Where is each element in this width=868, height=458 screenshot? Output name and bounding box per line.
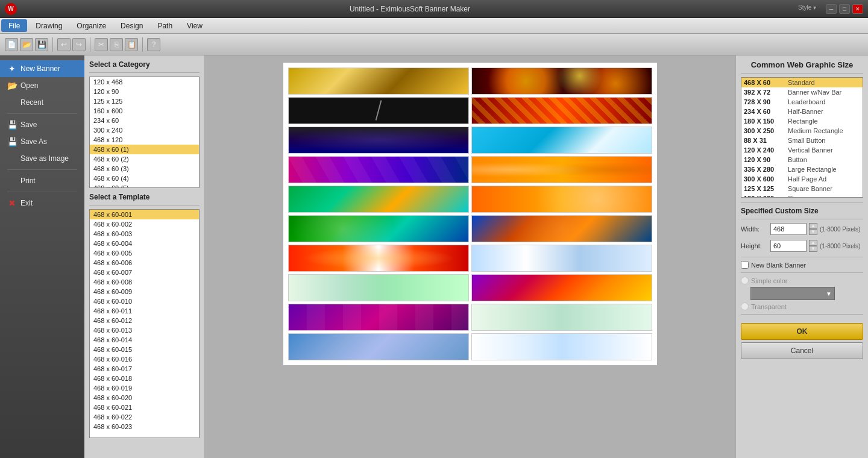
banner-preview-10[interactable] xyxy=(471,186,652,213)
menu-design[interactable]: Design xyxy=(113,18,150,33)
size-item[interactable]: 125 X 125Square Banner xyxy=(741,184,863,193)
banner-preview-18[interactable] xyxy=(471,304,652,331)
category-item[interactable]: 120 x 90 xyxy=(90,87,199,96)
menu-view[interactable]: View xyxy=(180,18,210,33)
template-item[interactable]: 468 x 60-005 xyxy=(90,248,199,258)
template-item[interactable]: 468 x 60-018 xyxy=(90,374,199,383)
banner-preview-20[interactable] xyxy=(471,333,652,360)
sidebar-recent[interactable]: Recent xyxy=(0,94,84,111)
template-item[interactable]: 468 x 60-006 xyxy=(90,258,199,268)
category-list[interactable]: 120 x 468120 x 90125 x 125160 x 600234 x… xyxy=(89,77,200,188)
template-item[interactable]: 468 x 60-022 xyxy=(90,412,199,422)
template-item[interactable]: 468 x 60-016 xyxy=(90,354,199,364)
category-item[interactable]: 468 x 60 (3) xyxy=(90,164,199,174)
category-item[interactable]: 300 x 240 xyxy=(90,125,199,135)
size-item[interactable]: 120 X 600Skyscraper xyxy=(741,193,863,198)
new-blank-checkbox[interactable] xyxy=(741,261,749,269)
size-item[interactable]: 88 X 31Small Button xyxy=(741,136,863,145)
menu-path[interactable]: Path xyxy=(150,18,180,33)
category-item[interactable]: 120 x 468 xyxy=(90,77,199,87)
cancel-button[interactable]: Cancel xyxy=(741,342,863,359)
category-item[interactable]: 468 x 120 xyxy=(90,135,199,145)
sidebar-save[interactable]: 💾 Save xyxy=(0,116,84,133)
maximize-button[interactable]: □ xyxy=(839,4,850,14)
template-item[interactable]: 468 x 60-008 xyxy=(90,277,199,287)
size-item[interactable]: 180 X 150Rectangle xyxy=(741,116,863,126)
banner-preview-1[interactable] xyxy=(288,67,469,95)
category-item[interactable]: 468 x 60 (1) xyxy=(90,145,199,154)
close-button[interactable]: ✕ xyxy=(852,4,863,14)
banner-preview-6[interactable] xyxy=(471,127,652,154)
transparent-radio[interactable] xyxy=(741,303,749,310)
size-item[interactable]: 336 X 280Large Rectangle xyxy=(741,165,863,174)
template-item[interactable]: 468 x 60-019 xyxy=(90,383,199,393)
template-list[interactable]: 468 x 60-001468 x 60-002468 x 60-003468 … xyxy=(89,209,200,438)
sidebar-new-banner[interactable]: ✦ New Banner xyxy=(0,60,84,77)
banner-preview-11[interactable] xyxy=(288,215,469,242)
size-item[interactable]: 120 X 240Vertical Banner xyxy=(741,145,863,155)
template-item[interactable]: 468 x 60-001 xyxy=(90,210,199,219)
width-input[interactable] xyxy=(770,223,807,235)
banner-preview-8[interactable] xyxy=(471,156,652,183)
template-item[interactable]: 468 x 60-002 xyxy=(90,219,199,229)
banner-preview-19[interactable] xyxy=(288,333,469,360)
template-item[interactable]: 468 x 60-004 xyxy=(90,239,199,248)
height-input[interactable] xyxy=(770,240,807,252)
width-up-btn[interactable]: ▲ xyxy=(809,223,817,229)
toolbar-new-btn[interactable]: 📄 xyxy=(5,38,18,51)
height-up-btn[interactable]: ▲ xyxy=(809,240,817,246)
template-item[interactable]: 468 x 60-017 xyxy=(90,364,199,374)
template-item[interactable]: 468 x 60-015 xyxy=(90,345,199,354)
template-item[interactable]: 468 x 60-003 xyxy=(90,229,199,239)
banner-preview-3[interactable] xyxy=(288,97,469,124)
size-list[interactable]: 468 X 60Standard392 X 72Banner w/Nav Bar… xyxy=(741,77,863,198)
toolbar-copy-btn[interactable]: ⎘ xyxy=(110,38,123,51)
sidebar-save-image[interactable]: Save as Image xyxy=(0,150,84,167)
sidebar-print[interactable]: Print xyxy=(0,172,84,189)
sidebar-open[interactable]: 📂 Open xyxy=(0,77,84,94)
size-item[interactable]: 234 X 60Half-Banner xyxy=(741,107,863,116)
color-dropdown[interactable]: ▼ xyxy=(750,287,835,300)
category-item[interactable]: 468 x 60 (2) xyxy=(90,154,199,164)
template-item[interactable]: 468 x 60-011 xyxy=(90,306,199,316)
minimize-button[interactable]: ─ xyxy=(826,4,837,14)
toolbar-cut-btn[interactable]: ✂ xyxy=(95,38,108,51)
category-item[interactable]: 160 x 600 xyxy=(90,106,199,116)
simple-color-radio[interactable] xyxy=(741,277,749,284)
sidebar-exit[interactable]: ✖ Exit xyxy=(0,195,84,212)
banner-preview-4[interactable] xyxy=(471,97,652,124)
ok-button[interactable]: OK xyxy=(741,323,863,340)
template-item[interactable]: 468 x 60-013 xyxy=(90,325,199,335)
category-item[interactable]: 468 x 60 (4) xyxy=(90,174,199,183)
size-item[interactable]: 300 X 250Medium Rectangle xyxy=(741,126,863,136)
toolbar-paste-btn[interactable]: 📋 xyxy=(125,38,138,51)
size-item[interactable]: 300 X 600Half Page Ad xyxy=(741,174,863,184)
banner-preview-15[interactable] xyxy=(288,274,469,301)
toolbar-save-btn[interactable]: 💾 xyxy=(35,38,48,51)
banner-preview-16[interactable] xyxy=(471,274,652,301)
toolbar-open-btn[interactable]: 📂 xyxy=(20,38,33,51)
banner-preview-14[interactable] xyxy=(471,245,652,272)
size-item[interactable]: 468 X 60Standard xyxy=(741,78,863,87)
toolbar-undo-btn[interactable]: ↩ xyxy=(57,38,71,51)
template-item[interactable]: 468 x 60-014 xyxy=(90,335,199,345)
banner-preview-7[interactable] xyxy=(288,156,469,183)
template-item[interactable]: 468 x 60-007 xyxy=(90,268,199,277)
size-item[interactable]: 120 X 90Button xyxy=(741,155,863,165)
size-item[interactable]: 392 X 72Banner w/Nav Bar xyxy=(741,87,863,97)
template-item[interactable]: 468 x 60-023 xyxy=(90,422,199,431)
size-item[interactable]: 728 X 90Leaderboard xyxy=(741,97,863,107)
template-item[interactable]: 468 x 60-012 xyxy=(90,316,199,325)
sidebar-save-as[interactable]: 💾 Save As xyxy=(0,133,84,150)
category-item[interactable]: 125 x 125 xyxy=(90,96,199,106)
menu-drawing[interactable]: Drawing xyxy=(28,18,69,33)
template-item[interactable]: 468 x 60-021 xyxy=(90,403,199,412)
banner-preview-5[interactable] xyxy=(288,127,469,154)
toolbar-redo-btn[interactable]: ↪ xyxy=(72,38,86,51)
category-item[interactable]: 234 x 60 xyxy=(90,116,199,125)
banner-preview-2[interactable] xyxy=(471,67,652,95)
menu-file[interactable]: File xyxy=(1,19,27,32)
banner-preview-13[interactable] xyxy=(288,245,469,272)
template-item[interactable]: 468 x 60-010 xyxy=(90,296,199,306)
banner-preview-12[interactable] xyxy=(471,215,652,242)
